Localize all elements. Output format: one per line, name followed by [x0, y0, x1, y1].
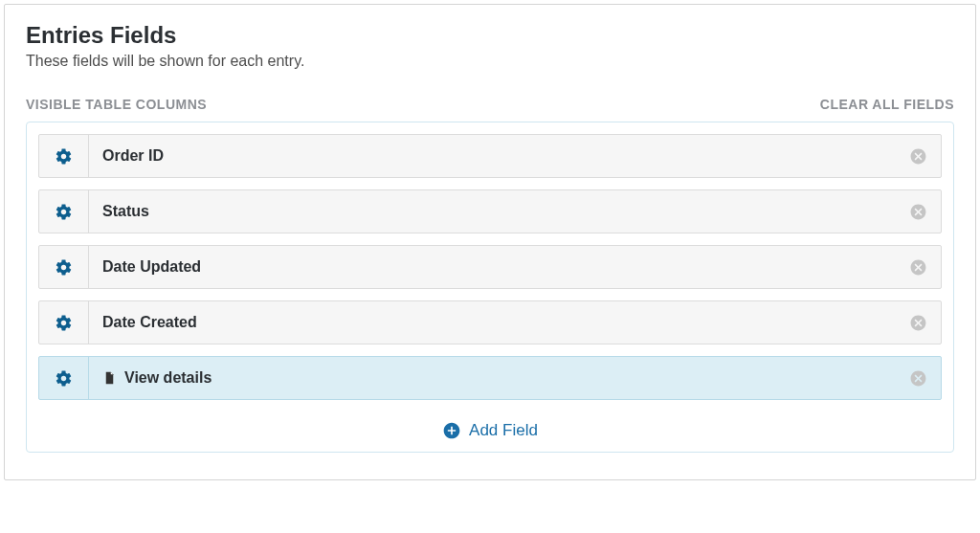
field-row[interactable]: View details [38, 356, 942, 400]
field-label: View details [89, 369, 895, 387]
field-label-text: Date Updated [102, 258, 201, 276]
field-settings-button[interactable] [39, 246, 89, 288]
remove-field-button[interactable] [895, 258, 941, 277]
field-row[interactable]: Status [38, 189, 942, 233]
gear-icon [55, 369, 73, 388]
field-row[interactable]: Date Updated [38, 245, 942, 289]
close-icon [909, 314, 927, 332]
remove-field-button[interactable] [895, 203, 941, 221]
page-title: Entries Fields [26, 22, 954, 49]
field-label: Status [89, 203, 895, 220]
field-label-text: Status [102, 203, 149, 220]
field-settings-button[interactable] [39, 135, 89, 177]
field-row[interactable]: Order ID [38, 134, 942, 178]
gear-icon [55, 147, 73, 166]
remove-field-button[interactable] [895, 314, 941, 332]
gear-icon [55, 203, 73, 221]
close-icon [909, 258, 927, 277]
field-label: Date Created [89, 314, 895, 331]
close-icon [909, 369, 927, 388]
add-field-button[interactable]: Add Field [38, 421, 942, 440]
field-label: Order ID [89, 147, 895, 165]
section-header: VISIBLE TABLE COLUMNS CLEAR ALL FIELDS [26, 97, 954, 112]
gear-icon [55, 258, 73, 277]
field-settings-button[interactable] [39, 190, 89, 233]
page-subtitle: These fields will be shown for each entr… [26, 53, 954, 70]
field-settings-button[interactable] [39, 301, 89, 344]
section-title: VISIBLE TABLE COLUMNS [26, 97, 207, 112]
fields-container: Order IDStatusDate UpdatedDate CreatedVi… [26, 122, 954, 453]
field-settings-button[interactable] [39, 357, 89, 399]
field-label-text: Date Created [102, 314, 197, 331]
gear-icon [55, 314, 73, 332]
field-row[interactable]: Date Created [38, 300, 942, 344]
remove-field-button[interactable] [895, 147, 941, 166]
entries-fields-panel: Entries Fields These fields will be show… [4, 4, 976, 480]
field-label-text: View details [124, 369, 212, 387]
close-icon [909, 147, 927, 166]
field-label-text: Order ID [102, 147, 164, 165]
page-icon [102, 369, 117, 387]
add-field-label: Add Field [469, 421, 538, 440]
plus-circle-icon [442, 421, 461, 440]
clear-all-fields-button[interactable]: CLEAR ALL FIELDS [820, 97, 954, 112]
close-icon [909, 203, 927, 221]
field-label: Date Updated [89, 258, 895, 276]
remove-field-button[interactable] [895, 369, 941, 388]
